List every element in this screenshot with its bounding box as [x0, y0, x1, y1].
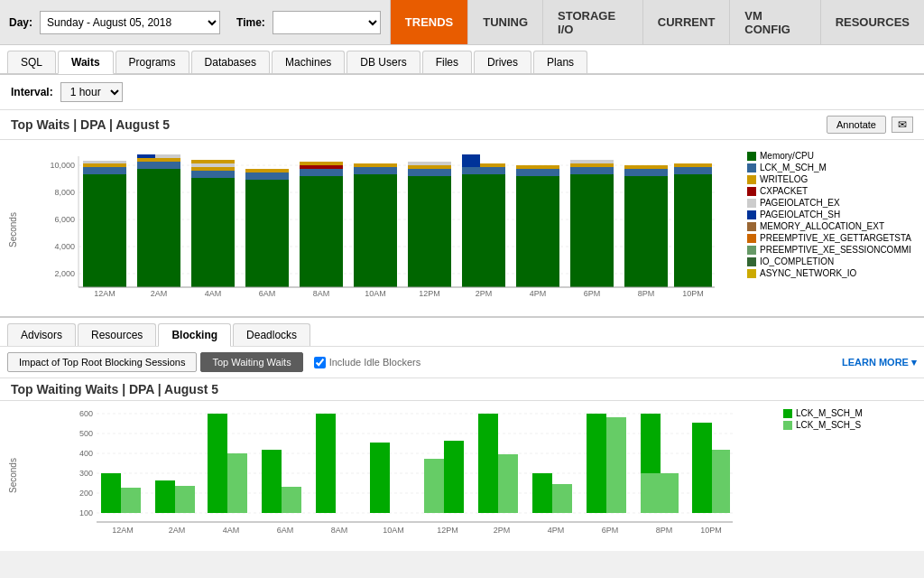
svg-rect-45	[516, 165, 559, 169]
svg-rect-30	[300, 165, 343, 169]
svg-rect-51	[624, 169, 668, 176]
svg-text:10AM: 10AM	[383, 526, 404, 535]
svg-rect-94	[498, 454, 518, 513]
bottom-chart-legend: LCK_M_SCH_MLCK_M_SCH_S	[776, 405, 920, 547]
legend-color-box	[747, 234, 756, 243]
top-chart-header: Top Waits | DPA | August 5 Annotate ✉	[0, 110, 924, 140]
legend-label: PAGEIOLATCH_SH	[760, 210, 840, 219]
svg-rect-41	[462, 154, 480, 167]
svg-text:12AM: 12AM	[94, 289, 116, 298]
day-select[interactable]: Sunday - August 05, 2018	[40, 11, 220, 34]
svg-rect-86	[227, 453, 247, 513]
mail-icon[interactable]: ✉	[892, 117, 913, 133]
legend-color-box	[747, 246, 756, 255]
svg-rect-54	[674, 167, 712, 174]
svg-rect-34	[354, 163, 397, 167]
bottom-tab-resources[interactable]: Resources	[78, 323, 156, 346]
svg-text:8,000: 8,000	[54, 188, 75, 197]
legend-label: PREEMPTIVE_XE_GETTARGETSTA	[760, 233, 911, 243]
annotate-button[interactable]: Annotate	[827, 116, 886, 134]
svg-text:4,000: 4,000	[54, 242, 75, 251]
sub-tab-drives[interactable]: Drives	[474, 51, 531, 73]
svg-rect-103	[692, 423, 712, 513]
checkbox-label: Include Idle Blockers	[329, 357, 421, 368]
svg-rect-88	[282, 487, 301, 513]
svg-rect-46	[570, 174, 614, 287]
day-label: Day:	[9, 16, 32, 29]
sub-tab-waits[interactable]: Waits	[58, 51, 114, 74]
svg-rect-40	[462, 167, 505, 174]
sub-tabs: SQLWaitsProgramsDatabasesMachinesDB User…	[0, 45, 924, 75]
bottom-chart-title: Top Waiting Waits | DPA | August 5	[11, 382, 218, 396]
sub-tab-dbusers[interactable]: DB Users	[346, 51, 420, 73]
svg-rect-25	[245, 180, 289, 287]
svg-rect-12	[83, 167, 126, 174]
waiting-waits-button[interactable]: Top Waiting Waits	[200, 352, 302, 372]
legend-label: Memory/CPU	[760, 151, 814, 161]
nav-tab-tuning[interactable]: TUNING	[467, 0, 542, 44]
legend-label: MEMORY_ALLOCATION_EXT	[760, 221, 884, 231]
svg-text:300: 300	[79, 469, 93, 478]
nav-tab-trends[interactable]: TRENDS	[390, 0, 467, 44]
legend-item: PAGEIOLATCH_EX	[747, 198, 913, 208]
legend-color-box	[747, 152, 756, 161]
legend-item: LCK_M_SCH_S	[783, 420, 913, 430]
svg-text:10AM: 10AM	[365, 289, 386, 298]
svg-rect-49	[570, 160, 614, 163]
svg-rect-102	[641, 414, 661, 473]
bottom-tab-advisors[interactable]: Advisors	[7, 323, 76, 346]
sub-tab-files[interactable]: Files	[422, 51, 472, 73]
interval-select[interactable]: 1 hour	[60, 82, 123, 102]
svg-rect-93	[478, 414, 498, 513]
legend-color-box	[747, 222, 756, 231]
svg-text:10PM: 10PM	[682, 289, 704, 298]
svg-text:4AM: 4AM	[223, 526, 240, 535]
bottom-tab-blocking[interactable]: Blocking	[158, 323, 231, 347]
bottom-chart-y-label: Seconds	[4, 405, 22, 547]
svg-rect-83	[155, 480, 175, 513]
svg-rect-87	[262, 450, 282, 513]
svg-rect-13	[83, 163, 126, 167]
sub-tab-machines[interactable]: Machines	[272, 51, 345, 73]
sub-tab-sql[interactable]: SQL	[7, 51, 56, 73]
sub-tab-programs[interactable]: Programs	[116, 51, 189, 73]
time-select[interactable]	[273, 11, 381, 34]
svg-rect-16	[137, 162, 180, 169]
nav-tab-storage[interactable]: STORAGE I/O	[542, 0, 642, 44]
legend-color-box	[747, 269, 756, 278]
top-chart-y-label: Seconds	[4, 147, 22, 312]
svg-rect-55	[674, 163, 712, 167]
legend-label: PREEMPTIVE_XE_SESSIONCOMMI	[760, 245, 911, 255]
svg-rect-91	[424, 459, 444, 513]
legend-label: PAGEIOLATCH_EX	[760, 198, 840, 208]
top-chart-section: Top Waits | DPA | August 5 Annotate ✉ Se…	[0, 110, 924, 316]
top-chart-legend: Memory/CPULCK_M_SCH_MWRITELOGCXPACKETPAG…	[740, 147, 920, 312]
include-idle-checkbox[interactable]	[314, 357, 326, 368]
bottom-tab-deadlocks[interactable]: Deadlocks	[233, 323, 310, 346]
nav-tab-vmconfig[interactable]: VM CONFIG	[729, 0, 819, 44]
interval-bar: Interval: 1 hour	[0, 75, 924, 110]
svg-rect-52	[624, 165, 668, 169]
sub-tab-databases[interactable]: Databases	[191, 51, 270, 73]
svg-rect-37	[408, 165, 451, 169]
svg-rect-29	[300, 169, 343, 176]
legend-item: PAGEIOLATCH_SH	[747, 210, 913, 219]
legend-color-box	[783, 409, 792, 418]
svg-rect-47	[570, 167, 614, 174]
top-chart-area: Seconds 10,000 8,000 6,000 4,000 2,000	[0, 140, 924, 316]
svg-text:12PM: 12PM	[419, 289, 440, 298]
bottom-chart-svg: 600 500 400 300 200 100	[22, 405, 776, 547]
sub-tab-plans[interactable]: Plans	[533, 51, 587, 73]
svg-text:4PM: 4PM	[548, 526, 565, 535]
svg-rect-35	[408, 176, 451, 287]
impact-button[interactable]: Impact of Top Root Blocking Sessions	[7, 352, 197, 372]
learn-more-link[interactable]: LEARN MORE ▾	[842, 357, 917, 368]
nav-tab-resources[interactable]: RESOURCES	[820, 0, 924, 44]
svg-rect-42	[480, 163, 505, 167]
svg-rect-39	[462, 174, 505, 287]
svg-rect-104	[712, 450, 730, 513]
svg-text:2PM: 2PM	[476, 289, 493, 298]
svg-text:12AM: 12AM	[112, 526, 134, 535]
svg-rect-21	[191, 171, 235, 178]
nav-tab-current[interactable]: CURRENT	[642, 0, 730, 44]
